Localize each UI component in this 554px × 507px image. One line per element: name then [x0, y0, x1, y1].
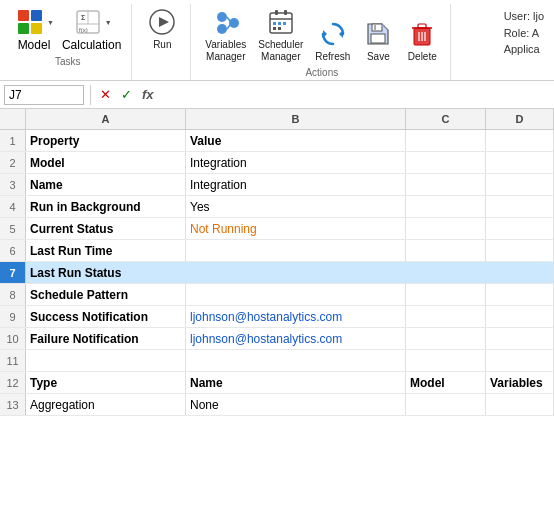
user-line3: Applica	[504, 41, 544, 58]
scheduler-manager-label: SchedulerManager	[258, 39, 303, 63]
table-cell[interactable]	[486, 240, 554, 261]
table-row[interactable]: 1PropertyValue	[0, 130, 554, 152]
formula-input[interactable]	[161, 88, 554, 102]
table-cell[interactable]	[486, 306, 554, 327]
user-line2: Role: A	[504, 25, 544, 42]
table-cell[interactable]	[486, 284, 554, 305]
table-cell[interactable]	[406, 394, 486, 415]
table-row[interactable]: 6Last Run Time	[0, 240, 554, 262]
svg-rect-23	[273, 27, 276, 30]
table-row[interactable]: 7Last Run Status	[0, 262, 554, 284]
table-cell[interactable]	[26, 350, 186, 371]
table-cell[interactable]: Schedule Pattern	[26, 284, 186, 305]
row-number: 10	[0, 328, 26, 349]
table-row[interactable]: 13AggregationNone	[0, 394, 554, 416]
table-cell[interactable]: Property	[26, 130, 186, 151]
table-cell[interactable]	[406, 196, 486, 217]
table-cell[interactable]: Type	[26, 372, 186, 393]
table-cell[interactable]	[486, 350, 554, 371]
variables-manager-button[interactable]: VariablesManager	[201, 4, 250, 65]
table-cell[interactable]: Value	[186, 130, 406, 151]
ribbon-group-actions: VariablesManager	[193, 4, 451, 80]
table-cell[interactable]: ljohnson@hostanalytics.com	[186, 306, 406, 327]
cancel-icon[interactable]: ✕	[97, 86, 114, 103]
table-cell[interactable]: Variables	[486, 372, 554, 393]
table-row[interactable]: 11	[0, 350, 554, 372]
refresh-button[interactable]: Refresh	[311, 16, 354, 65]
table-cell[interactable]: Last Run Time	[26, 240, 186, 261]
table-cell[interactable]: Last Run Status	[26, 262, 186, 283]
svg-text:f(x): f(x)	[79, 27, 88, 33]
table-cell[interactable]	[406, 218, 486, 239]
table-cell[interactable]	[486, 196, 554, 217]
run-group-label	[161, 55, 164, 66]
table-cell[interactable]	[406, 174, 486, 195]
table-cell[interactable]: Name	[186, 372, 406, 393]
table-cell[interactable]: Aggregation	[26, 394, 186, 415]
table-cell[interactable]	[406, 306, 486, 327]
table-cell[interactable]: None	[186, 394, 406, 415]
table-cell[interactable]: Integration	[186, 174, 406, 195]
delete-button[interactable]: Delete	[402, 16, 442, 65]
table-cell[interactable]	[486, 328, 554, 349]
table-cell[interactable]	[406, 152, 486, 173]
table-cell[interactable]	[486, 218, 554, 239]
table-row[interactable]: 4Run in BackgroundYes	[0, 196, 554, 218]
cell-reference[interactable]: J7	[4, 85, 84, 105]
column-headers: A B C D	[0, 109, 554, 130]
table-cell[interactable]	[406, 130, 486, 151]
table-cell[interactable]	[486, 174, 554, 195]
table-cell[interactable]: Not Running	[186, 218, 406, 239]
confirm-icon[interactable]: ✓	[118, 86, 135, 103]
table-cell[interactable]: Run in Background	[26, 196, 186, 217]
calculation-arrow: ▼	[105, 19, 112, 26]
table-cell[interactable]: Success Notification	[26, 306, 186, 327]
table-cell[interactable]	[186, 350, 406, 371]
table-cell[interactable]	[486, 152, 554, 173]
table-row[interactable]: 12TypeNameModelVariables	[0, 372, 554, 394]
svg-rect-22	[283, 22, 286, 25]
svg-rect-28	[371, 34, 385, 43]
calculation-button[interactable]: Σ f(x) ▼ Calculation	[60, 4, 123, 54]
table-cell[interactable]: Failure Notification	[26, 328, 186, 349]
svg-point-13	[229, 18, 239, 28]
table-cell[interactable]: Name	[26, 174, 186, 195]
save-button[interactable]: Save	[358, 16, 398, 65]
model-button[interactable]: ▼ Model	[12, 4, 56, 54]
refresh-label: Refresh	[315, 51, 350, 63]
variables-manager-label: VariablesManager	[205, 39, 246, 63]
table-cell[interactable]: Yes	[186, 196, 406, 217]
table-cell[interactable]	[486, 262, 554, 283]
table-cell[interactable]: Integration	[186, 152, 406, 173]
table-cell[interactable]	[406, 284, 486, 305]
table-cell[interactable]: ljohnson@hostanalytics.com	[186, 328, 406, 349]
run-button[interactable]: Run	[142, 4, 182, 53]
table-row[interactable]: 3NameIntegration	[0, 174, 554, 196]
scheduler-manager-button[interactable]: SchedulerManager	[254, 4, 307, 65]
table-cell[interactable]	[486, 130, 554, 151]
table-cell[interactable]	[406, 350, 486, 371]
table-row[interactable]: 5Current StatusNot Running	[0, 218, 554, 240]
ribbon: ▼ Model Σ f(x)	[0, 0, 554, 81]
function-icon[interactable]: fx	[139, 86, 157, 103]
user-line1: User: ljo	[504, 8, 544, 25]
user-info: User: ljo Role: A Applica	[453, 4, 550, 80]
table-cell[interactable]	[406, 240, 486, 261]
svg-rect-21	[278, 22, 281, 25]
table-cell[interactable]	[186, 240, 406, 261]
table-cell[interactable]: Model	[406, 372, 486, 393]
table-cell[interactable]	[186, 262, 406, 283]
table-row[interactable]: 9Success Notificationljohnson@hostanalyt…	[0, 306, 554, 328]
table-cell[interactable]: Model	[26, 152, 186, 173]
svg-rect-1	[31, 10, 42, 21]
table-row[interactable]: 2ModelIntegration	[0, 152, 554, 174]
table-cell[interactable]: Current Status	[26, 218, 186, 239]
table-row[interactable]: 10Failure Notificationljohnson@hostanaly…	[0, 328, 554, 350]
table-cell[interactable]	[406, 262, 486, 283]
row-number: 1	[0, 130, 26, 151]
scheduler-manager-icon	[265, 6, 297, 38]
table-cell[interactable]	[486, 394, 554, 415]
table-row[interactable]: 8Schedule Pattern	[0, 284, 554, 306]
table-cell[interactable]	[186, 284, 406, 305]
table-cell[interactable]	[406, 328, 486, 349]
